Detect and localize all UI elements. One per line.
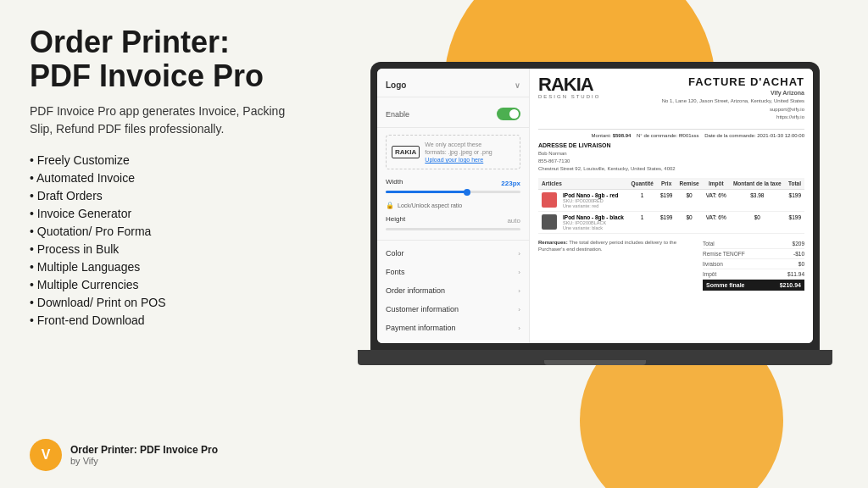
totals-final-row: Somme finale$210.94	[703, 280, 804, 291]
height-slider[interactable]	[386, 228, 520, 230]
table-header: ArticlesQuantitéPrixRemiseImpôtMontant d…	[538, 178, 804, 190]
chevron-right-icon: ›	[518, 324, 520, 332]
feature-item: Automated Invoice	[30, 171, 297, 185]
invoice-panel: RAKIA DESIGN STUDIO FACTURE D'ACHAT Vify…	[530, 69, 813, 343]
feature-item: Process in Bulk	[30, 242, 297, 256]
totals-row: livraison$0	[703, 259, 804, 269]
page-wrapper: Order Printer: PDF Invoice Pro PDF Invoi…	[0, 0, 868, 488]
totals-row: Remise TENOFF-$10	[703, 249, 804, 259]
content-top: Order Printer: PDF Invoice Pro PDF Invoi…	[30, 25, 297, 327]
totals-row: Total$209	[703, 239, 804, 249]
lock-ratio: 🔒 Lock/Unlock aspect ratio	[377, 199, 529, 212]
feature-item: Front-end Download	[30, 313, 297, 327]
feature-item: Download/ Print on POS	[30, 296, 297, 309]
sidebar-header: Logo ∨	[377, 77, 529, 97]
feature-item: Quotation/ Pro Forma	[30, 225, 297, 238]
totals-row: Impôt$11.94	[703, 269, 804, 280]
enable-label: Enable	[386, 110, 409, 119]
table-row: IPod Nano - 8gb - red SKU: IPO0200RED Un…	[538, 189, 804, 211]
vify-logo: V	[30, 439, 62, 471]
app-subtitle: PDF Invoice Pro app generates Invoice, P…	[30, 103, 297, 138]
upload-hint: We only accept these formats: .jpg .jpeg…	[425, 141, 492, 164]
chevron-right-icon: ›	[518, 269, 520, 276]
features-list: Freely CustomizeAutomated InvoiceDraft O…	[30, 153, 297, 327]
totals-section: Total$209Remise TENOFF-$10livraison$0Imp…	[703, 239, 804, 291]
laptop-wrapper: Logo ∨ Enable RAKIA We only accept these…	[349, 62, 841, 435]
left-panel: Order Printer: PDF Invoice Pro PDF Invoi…	[0, 0, 322, 488]
logo-section-label: Logo	[386, 80, 406, 90]
address-section: ADRESSE DE LIVRAISON Bob Norman 855-867-…	[538, 142, 804, 173]
brand-text-block: Order Printer: PDF Invoice Pro by Vify	[70, 444, 218, 466]
invoice-divider-1	[538, 129, 804, 130]
height-section: Height auto	[377, 212, 529, 241]
product-thumbnail	[542, 214, 557, 230]
feature-item: Multiple Currencies	[30, 278, 297, 291]
invoice-title-block: FACTURE D'ACHAT Vify Arizona No 1, Lane …	[662, 75, 804, 122]
chevron-right-icon: ›	[518, 250, 520, 258]
logo-upload-box[interactable]: RAKIA We only accept these formats: .jpg…	[386, 135, 520, 169]
footer-brand: V Order Printer: PDF Invoice Pro by Vify	[30, 439, 297, 471]
table-body: IPod Nano - 8gb - red SKU: IPO0200RED Un…	[538, 189, 804, 233]
chevron-right-icon: ›	[518, 306, 520, 313]
right-panel: Logo ∨ Enable RAKIA We only accept these…	[322, 0, 868, 488]
laptop-base	[358, 350, 832, 365]
brand-by: by Vify	[70, 456, 218, 466]
nav-items: Color›Fonts›Order information›Customer i…	[377, 244, 529, 343]
table-row: IPod Nano - 8gb - black SKU: IPO200BLACK…	[538, 211, 804, 233]
feature-item: Multiple Languages	[30, 260, 297, 274]
enable-section: Enable	[377, 103, 529, 128]
sidebar-nav-item[interactable]: Fonts›	[377, 263, 529, 281]
laptop-screen: Logo ∨ Enable RAKIA We only accept these…	[370, 62, 820, 350]
feature-item: Invoice Generator	[30, 207, 297, 220]
chevron-down-icon: ∨	[515, 81, 520, 90]
chevron-right-icon: ›	[518, 287, 520, 295]
width-slider[interactable]	[386, 191, 520, 193]
width-section: Width 223px	[377, 175, 529, 199]
invoice-bottom: Remarques: The total delivery period inc…	[538, 239, 804, 291]
product-thumbnail	[542, 192, 557, 208]
sidebar-nav-item[interactable]: Color›	[377, 244, 529, 263]
invoice-header: RAKIA DESIGN STUDIO FACTURE D'ACHAT Vify…	[538, 75, 804, 122]
app-title: Order Printer: PDF Invoice Pro	[30, 25, 297, 92]
remarks-section: Remarques: The total delivery period inc…	[538, 239, 694, 291]
feature-item: Draft Orders	[30, 189, 297, 202]
sidebar-nav-item[interactable]: Shipping information›	[377, 337, 529, 343]
brand-name: Order Printer: PDF Invoice Pro	[70, 444, 218, 456]
sidebar-nav-item[interactable]: Order information›	[377, 281, 529, 300]
invoice-amounts: Montant: $598.94 N° de commande: fff001s…	[538, 133, 804, 138]
invoice-table: ArticlesQuantitéPrixRemiseImpôtMontant d…	[538, 178, 804, 234]
enable-toggle[interactable]	[497, 108, 520, 120]
rakia-mini-logo: RAKIA	[392, 146, 420, 158]
laptop-screen-inner: Logo ∨ Enable RAKIA We only accept these…	[377, 69, 813, 343]
rakia-logo: RAKIA DESIGN STUDIO	[538, 75, 600, 99]
feature-item: Freely Customize	[30, 153, 297, 167]
sidebar-nav-item[interactable]: Payment information›	[377, 319, 529, 337]
app-sidebar: Logo ∨ Enable RAKIA We only accept these…	[377, 69, 530, 343]
invoice-meta: Vify Arizona No 1, Lane 120, Jason Stree…	[662, 88, 804, 122]
sidebar-nav-item[interactable]: Customer information›	[377, 300, 529, 319]
lock-icon: 🔒	[386, 202, 394, 209]
